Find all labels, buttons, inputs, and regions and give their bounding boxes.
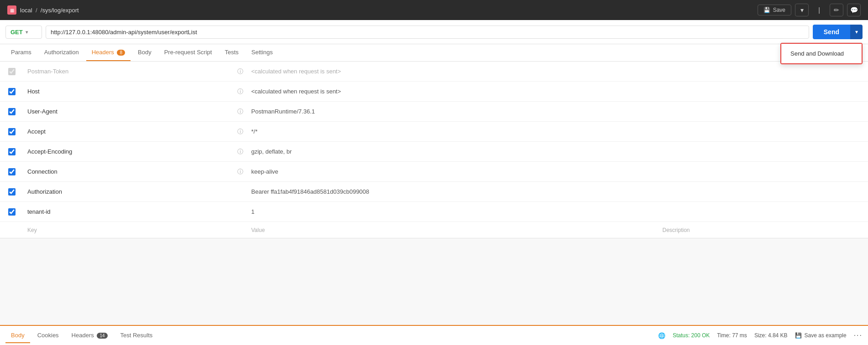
- row-key[interactable]: tenant-id: [24, 204, 233, 220]
- globe-icon: 🌐: [658, 332, 665, 339]
- request-tabs-bar: Params Authorization Headers 8 Body Pre-…: [0, 44, 868, 62]
- row-checkbox-cell: [0, 108, 24, 115]
- save-example-button[interactable]: 💾 Save as example: [795, 332, 847, 339]
- tab-settings[interactable]: Settings: [246, 44, 278, 61]
- breadcrumb: local / /sys/log/export: [20, 7, 79, 14]
- method-label: GET: [10, 29, 23, 36]
- row-checkbox[interactable]: [8, 168, 16, 175]
- save-example-icon: 💾: [795, 332, 802, 339]
- tab-params[interactable]: Params: [5, 44, 37, 61]
- row-description[interactable]: [659, 147, 868, 156]
- info-icon: ⓘ: [233, 67, 248, 76]
- separator-divider: |: [812, 4, 826, 16]
- method-select[interactable]: GET ▾: [5, 26, 42, 39]
- row-key[interactable]: User-Agent: [24, 103, 233, 119]
- method-chevron-icon: ▾: [26, 30, 28, 35]
- table-row: Accept ⓘ */*: [0, 122, 868, 142]
- row-value[interactable]: <calculated when request is sent>: [248, 63, 659, 79]
- url-input[interactable]: [46, 26, 809, 39]
- row-checkbox-cell: [0, 68, 24, 75]
- bottom-tab-test-results[interactable]: Test Results: [115, 328, 158, 343]
- info-icon: ⓘ: [233, 108, 248, 116]
- tab-body[interactable]: Body: [132, 44, 157, 61]
- row-checkbox[interactable]: [8, 88, 16, 95]
- response-tabs: Body Cookies Headers 14 Test Results: [5, 328, 158, 343]
- row-description[interactable]: [659, 87, 868, 96]
- row-value[interactable]: Bearer ffa1fab4f91846ad8581d039cb099008: [248, 184, 659, 200]
- row-value[interactable]: keep-alive: [248, 164, 659, 180]
- send-button[interactable]: Send: [813, 25, 850, 39]
- env-label: local: [20, 7, 32, 14]
- top-bar: ▦ local / /sys/log/export 💾 Save ▾ | ✏ 💬: [0, 0, 868, 20]
- response-time: Time: 77 ms: [717, 332, 747, 339]
- row-description[interactable]: [659, 127, 868, 136]
- save-label: Save: [773, 7, 785, 13]
- path-label: /sys/log/export: [41, 7, 79, 14]
- save-dropdown-button[interactable]: ▾: [795, 4, 809, 16]
- table-row: Connection ⓘ keep-alive: [0, 162, 868, 182]
- row-checkbox[interactable]: [8, 148, 16, 155]
- send-and-download-button[interactable]: Send and Download: [781, 44, 862, 63]
- column-header-row: Key Value Description: [0, 222, 868, 238]
- row-key[interactable]: Connection: [24, 164, 233, 180]
- row-checkbox-cell: [0, 88, 24, 95]
- row-description[interactable]: [659, 167, 868, 176]
- row-key[interactable]: Authorization: [24, 184, 233, 200]
- row-value[interactable]: <calculated when request is sent>: [248, 83, 659, 99]
- col-value-header: Value: [248, 222, 659, 238]
- col-key-header: Key: [24, 222, 233, 238]
- top-bar-left: ▦ local / /sys/log/export: [7, 5, 79, 15]
- bottom-tab-cookies[interactable]: Cookies: [32, 328, 64, 343]
- more-options-button[interactable]: ···: [854, 331, 863, 340]
- send-dropdown-button[interactable]: ▾: [850, 25, 863, 39]
- info-icon: ⓘ: [233, 88, 248, 96]
- table-row: Postman-Token ⓘ <calculated when request…: [0, 62, 868, 82]
- tab-tests[interactable]: Tests: [219, 44, 244, 61]
- row-key[interactable]: Accept: [24, 124, 233, 139]
- row-checkbox-cell: [0, 168, 24, 175]
- bottom-tab-headers[interactable]: Headers 14: [66, 328, 113, 343]
- row-checkbox-cell: [0, 208, 24, 216]
- headers-table: Postman-Token ⓘ <calculated when request…: [0, 62, 868, 238]
- request-bar: GET ▾ Send ▾ Send and Download: [0, 20, 868, 44]
- save-icon: 💾: [763, 7, 770, 13]
- row-checkbox[interactable]: [8, 208, 16, 216]
- row-value[interactable]: gzip, deflate, br: [248, 144, 659, 160]
- row-description[interactable]: [659, 107, 868, 116]
- comment-button[interactable]: 💬: [847, 4, 861, 16]
- info-icon: ⓘ: [233, 168, 248, 176]
- table-row: Accept-Encoding ⓘ gzip, deflate, br: [0, 142, 868, 162]
- tab-headers[interactable]: Headers 8: [86, 44, 131, 61]
- row-value[interactable]: 1: [248, 204, 659, 220]
- tab-pre-request-script[interactable]: Pre-request Script: [159, 44, 218, 61]
- bottom-tab-body[interactable]: Body: [5, 328, 30, 343]
- response-meta: 🌐 Status: 200 OK Time: 77 ms Size: 4.84 …: [658, 331, 863, 340]
- save-button[interactable]: 💾 Save: [758, 5, 791, 15]
- info-icon: ⓘ: [233, 128, 248, 136]
- row-checkbox-cell: [0, 148, 24, 155]
- app-icon: ▦: [7, 5, 16, 15]
- row-checkbox[interactable]: [8, 68, 16, 75]
- row-key[interactable]: Postman-Token: [24, 63, 233, 79]
- headers-badge: 8: [117, 50, 125, 56]
- tab-authorization[interactable]: Authorization: [39, 44, 84, 61]
- row-key[interactable]: Accept-Encoding: [24, 144, 233, 160]
- row-checkbox[interactable]: [8, 108, 16, 115]
- row-value[interactable]: PostmanRuntime/7.36.1: [248, 103, 659, 119]
- bottom-bar: Body Cookies Headers 14 Test Results 🌐 S…: [0, 325, 868, 345]
- row-value[interactable]: */*: [248, 124, 659, 139]
- top-bar-right: 💾 Save ▾ | ✏ 💬: [758, 4, 861, 16]
- row-checkbox[interactable]: [8, 188, 16, 196]
- row-description[interactable]: [659, 187, 868, 196]
- row-key[interactable]: Host: [24, 83, 233, 99]
- row-description[interactable]: [659, 67, 868, 76]
- row-description[interactable]: [659, 207, 868, 216]
- table-row: tenant-id 1: [0, 202, 868, 222]
- row-checkbox-cell: [0, 128, 24, 135]
- row-checkbox[interactable]: [8, 128, 16, 135]
- table-row: Authorization Bearer ffa1fab4f91846ad858…: [0, 182, 868, 202]
- col-desc-header: Description: [659, 222, 868, 238]
- edit-button[interactable]: ✏: [830, 4, 843, 16]
- table-row: User-Agent ⓘ PostmanRuntime/7.36.1: [0, 102, 868, 122]
- send-download-dropdown: Send and Download: [780, 43, 863, 64]
